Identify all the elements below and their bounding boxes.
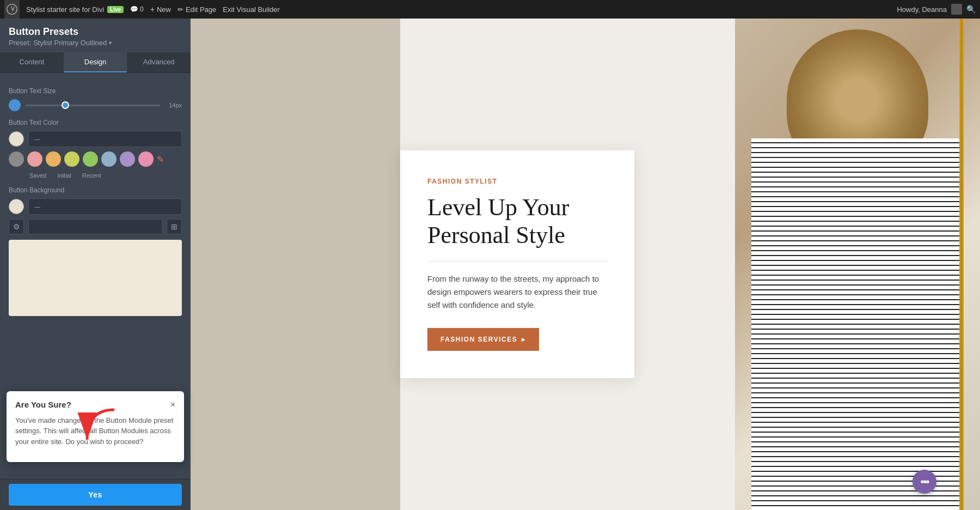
yes-button[interactable]: Yes [9, 484, 182, 506]
preset-name[interactable]: Stylist Primary Outlined [33, 39, 107, 47]
label-initial: Initial [57, 172, 71, 179]
main-content: FASHION STYLIST Level Up Your Personal S… [191, 19, 980, 510]
confirm-header: Are You Sure? × [15, 400, 175, 410]
color-swatches-row: ✎ [9, 151, 182, 167]
new-button[interactable]: + New [150, 5, 171, 14]
confirm-title: Are You Sure? [15, 400, 71, 409]
comment-count[interactable]: 💬 0 [130, 5, 144, 13]
website-preview: FASHION STYLIST Level Up Your Personal S… [191, 19, 980, 510]
edit-page-label: Edit Page [186, 5, 216, 14]
swatch-gray[interactable] [9, 151, 24, 167]
site-name-text: Stylist starter site for Divi [26, 5, 104, 14]
swatch-pink-light[interactable] [138, 151, 154, 167]
user-greeting: Howdy, Deanna [897, 5, 947, 14]
preset-label: Preset: [9, 39, 31, 47]
color-dot-blue[interactable] [9, 99, 21, 111]
text-color-input[interactable]: — [28, 131, 182, 147]
new-label: New [157, 5, 171, 14]
button-text-size-label: Button Text Size [9, 87, 182, 95]
card-title: Level Up Your Personal Style [427, 194, 607, 249]
button-text-color-label: Button Text Color [9, 119, 182, 126]
confirm-dialog: Are You Sure? × You've made changes to t… [7, 391, 184, 463]
swatch-yellow-green[interactable] [64, 151, 79, 167]
grid-icon-button[interactable]: ⊞ [167, 219, 182, 234]
exit-vb-label: Exit Visual Builder [223, 5, 280, 14]
tab-advanced[interactable]: Advanced [127, 52, 191, 72]
comment-count-text: 0 [140, 5, 144, 13]
label-saved: Saved [29, 172, 46, 179]
sidebar-title: Button Presets [9, 26, 182, 38]
sidebar-header: Button Presets Preset: Stylist Primary O… [0, 19, 191, 52]
label-recent: Recent [82, 172, 101, 179]
site-name[interactable]: Stylist starter site for Divi Live [26, 5, 124, 14]
admin-bar: Stylist starter site for Divi Live 💬 0 +… [0, 0, 980, 19]
confirm-message: You've made changes to the Button Module… [15, 415, 175, 447]
cta-button[interactable]: FASHION SERVICES ▸ [427, 328, 539, 351]
title-line2: Personal Style [427, 222, 565, 248]
sidebar: Button Presets Preset: Stylist Primary O… [0, 19, 191, 510]
site-left-panel [191, 19, 400, 510]
icon-btn-row: ⚙ ⊞ [9, 219, 182, 234]
edit-page-button[interactable]: ✏ Edit Page [177, 5, 216, 14]
color-pen-icon[interactable]: ✎ [157, 154, 164, 165]
preview-box [9, 240, 182, 316]
swatch-purple[interactable] [120, 151, 135, 167]
sidebar-subtitle: Preset: Stylist Primary Outlined ▾ [9, 39, 182, 47]
gear-icon-button[interactable]: ⚙ [9, 219, 24, 234]
wp-icon[interactable] [4, 0, 20, 19]
fashion-photo [735, 19, 980, 510]
text-size-slider[interactable] [25, 105, 160, 106]
user-avatar [951, 4, 962, 15]
dots-icon: ••• [920, 476, 928, 488]
comment-icon: 💬 [130, 5, 138, 13]
text-color-row: — [9, 131, 182, 147]
card-body: From the runway to the streets, my appro… [427, 272, 607, 312]
confirm-close-button[interactable]: × [170, 400, 175, 410]
bg-color-swatch[interactable] [9, 199, 24, 214]
site-right-panel [735, 19, 980, 510]
chevron-down-icon: ▾ [109, 40, 112, 46]
live-badge: Live [107, 6, 124, 13]
title-line1: Level Up Your [427, 194, 569, 221]
card-divider [427, 261, 607, 262]
admin-bar-right: Howdy, Deanna 🔍 [897, 4, 976, 15]
bg-color-input[interactable]: — [28, 198, 182, 215]
swatch-green[interactable] [83, 151, 98, 167]
floating-options-button[interactable]: ••• [912, 470, 936, 494]
text-color-swatch[interactable] [9, 131, 24, 147]
content-card: FASHION STYLIST Level Up Your Personal S… [400, 150, 634, 378]
swatch-orange[interactable] [46, 151, 61, 167]
slider-value: 14px [164, 102, 182, 108]
pencil-icon: ✏ [177, 5, 183, 14]
color-labels: Saved Initial Recent [9, 172, 182, 179]
tabs: Content Design Advanced [0, 52, 191, 73]
sidebar-bottom: Yes [0, 479, 191, 510]
exit-vb-button[interactable]: Exit Visual Builder [223, 5, 280, 14]
bg-color-row: — [9, 198, 182, 215]
swatch-blue-gray[interactable] [101, 151, 117, 167]
cta-label: FASHION SERVICES [440, 336, 517, 343]
button-background-label: Button Background [9, 186, 182, 194]
swatch-pink[interactable] [27, 151, 42, 167]
search-icon[interactable]: 🔍 [966, 5, 976, 14]
bg-size-control[interactable] [28, 219, 162, 234]
plus-icon: + [150, 5, 155, 14]
text-size-slider-row: 14px [9, 99, 182, 111]
tab-content[interactable]: Content [0, 52, 64, 72]
cta-arrow-icon: ▸ [522, 336, 526, 343]
tab-design[interactable]: Design [64, 52, 127, 72]
card-eyebrow: FASHION STYLIST [427, 178, 607, 185]
